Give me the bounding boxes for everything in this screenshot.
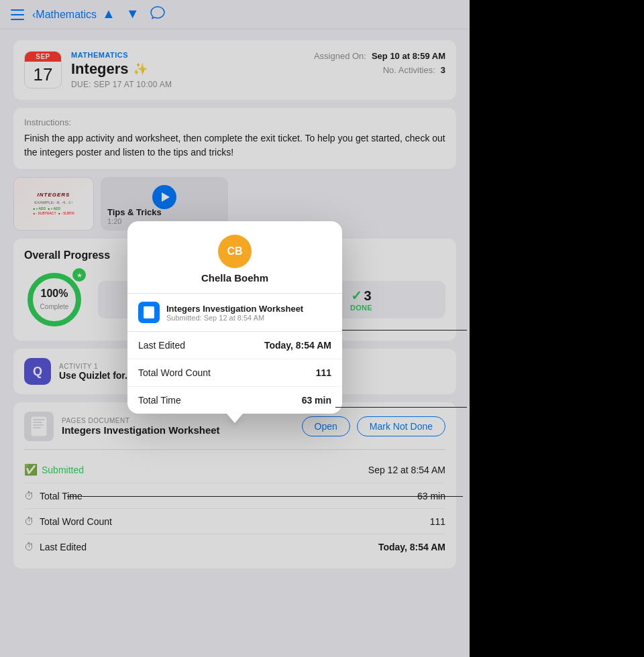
popup-tail (227, 414, 243, 423)
popup-word-count-value: 111 (316, 367, 331, 378)
callout-dot-1 (462, 330, 467, 331)
popup-total-time-value: 63 min (302, 395, 331, 406)
callout-line-3 (67, 496, 463, 497)
callout-line-2 (335, 407, 463, 408)
popup-total-time-label: Total Time (138, 395, 181, 406)
student-avatar: CB (218, 235, 252, 268)
popup-body: Integers Investigation Worksheet Submitt… (127, 293, 342, 414)
student-name: Chella Boehm (201, 272, 268, 284)
popup-header: CB Chella Boehm (127, 221, 342, 293)
callout-dot-2 (462, 407, 467, 408)
popup-doc-row: Integers Investigation Worksheet Submitt… (127, 294, 342, 332)
popup-word-count-row: Total Word Count 111 (127, 359, 342, 387)
popup-doc-name: Integers Investigation Worksheet (166, 304, 331, 314)
popup-last-edited-row: Last Edited Today, 8:54 AM (127, 332, 342, 359)
popup-last-edited-label: Last Edited (138, 340, 185, 351)
student-popup-card: CB Chella Boehm Integers Investigation W… (127, 221, 342, 414)
popup-overlay: CB Chella Boehm Integers Investigation W… (0, 0, 470, 657)
callout-line-1 (342, 330, 463, 331)
popup-doc-submitted: Submitted: Sep 12 at 8:54 AM (166, 314, 331, 322)
popup-total-time-row: Total Time 63 min (127, 387, 342, 414)
popup-last-edited-value: Today, 8:54 AM (264, 340, 331, 351)
popup-doc-icon (138, 302, 160, 323)
popup-doc-info: Integers Investigation Worksheet Submitt… (166, 304, 331, 322)
popup-word-count-label: Total Word Count (138, 367, 211, 378)
